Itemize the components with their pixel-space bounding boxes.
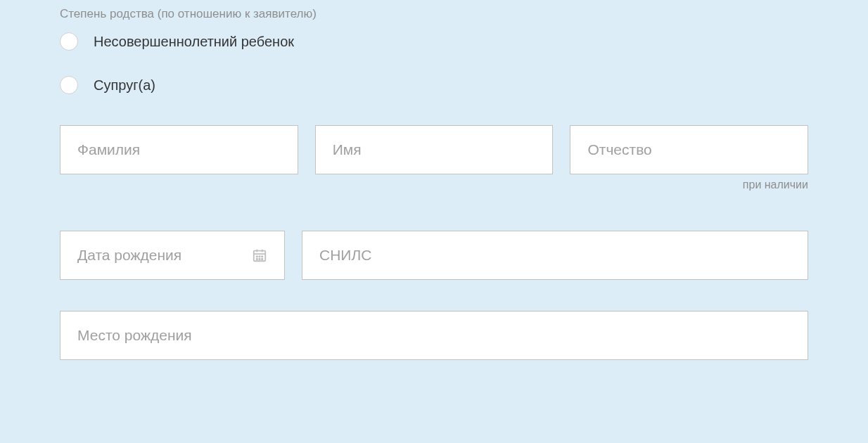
relationship-form: Степень родства (по отношению к заявител… <box>60 7 808 360</box>
dob-snils-row <box>60 231 808 280</box>
radio-circle-icon <box>60 32 78 51</box>
patronymic-hint: при наличии <box>570 179 808 191</box>
svg-point-6 <box>262 256 262 257</box>
svg-point-8 <box>259 259 260 259</box>
name-row: при наличии <box>60 125 808 191</box>
radio-option-minor-child[interactable]: Несовершеннолетний ребенок <box>60 32 808 51</box>
calendar-icon[interactable] <box>252 248 267 263</box>
pob-input[interactable] <box>77 327 791 344</box>
patronymic-wrapper: при наличии <box>570 125 808 191</box>
svg-point-5 <box>259 256 260 257</box>
patronymic-input[interactable] <box>587 141 791 158</box>
radio-option-spouse[interactable]: Супруг(а) <box>60 76 808 94</box>
radio-circle-icon <box>60 76 78 94</box>
surname-field-container <box>60 125 298 174</box>
pob-row <box>60 311 808 360</box>
name-input[interactable] <box>333 141 536 158</box>
dob-field-container <box>60 231 285 280</box>
pob-field-container <box>60 311 808 360</box>
surname-input[interactable] <box>77 141 281 158</box>
dob-input[interactable] <box>77 247 252 264</box>
svg-point-7 <box>257 259 257 259</box>
svg-point-4 <box>257 256 257 257</box>
relationship-radio-group: Несовершеннолетний ребенок Супруг(а) <box>60 32 808 94</box>
relationship-label: Степень родства (по отношению к заявител… <box>60 7 808 21</box>
radio-label: Супруг(а) <box>94 77 155 94</box>
patronymic-field-container <box>570 125 808 174</box>
svg-point-9 <box>262 259 262 259</box>
snils-input[interactable] <box>319 247 791 264</box>
name-field-container <box>315 125 554 174</box>
radio-label: Несовершеннолетний ребенок <box>94 34 294 50</box>
snils-field-container <box>302 231 808 280</box>
